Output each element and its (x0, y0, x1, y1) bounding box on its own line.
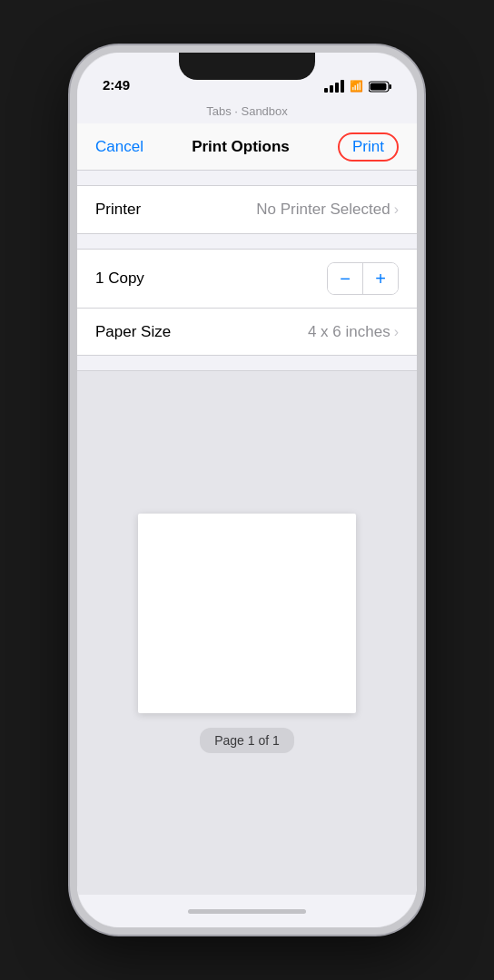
paper-size-chevron: › (394, 324, 399, 340)
top-hint: Tabs · Sandbox (77, 98, 417, 123)
notch (179, 53, 315, 80)
status-icons: 📶 (324, 80, 391, 93)
screen: 2:49 📶 Tabs · Sandbox (77, 53, 417, 927)
wifi-icon: 📶 (350, 80, 363, 93)
preview-area: Page 1 of 1 (77, 370, 417, 895)
preview-page (138, 514, 356, 713)
printer-value-text: No Printer Selected (256, 201, 390, 219)
copy-label: 1 Copy (95, 270, 144, 288)
printer-chevron: › (394, 201, 399, 218)
home-indicator (77, 895, 417, 927)
battery-icon (369, 81, 391, 93)
paper-size-row[interactable]: Paper Size 4 x 6 inches › (77, 308, 417, 355)
cancel-button[interactable]: Cancel (95, 138, 143, 156)
svg-rect-2 (370, 83, 387, 90)
printer-section: Printer No Printer Selected › (77, 185, 417, 234)
stepper-minus-button[interactable]: − (328, 263, 362, 294)
printer-label: Printer (95, 201, 141, 219)
stepper-plus-button[interactable]: + (363, 263, 398, 294)
paper-size-value: 4 x 6 inches › (308, 323, 399, 341)
status-time: 2:49 (103, 77, 130, 93)
home-bar (188, 909, 306, 914)
printer-row[interactable]: Printer No Printer Selected › (77, 186, 417, 233)
paper-size-value-text: 4 x 6 inches (308, 323, 390, 341)
phone-frame: 2:49 📶 Tabs · Sandbox (70, 45, 424, 935)
paper-size-label: Paper Size (95, 323, 171, 341)
copy-stepper: − + (327, 262, 399, 295)
page-indicator: Page 1 of 1 (200, 728, 294, 753)
print-button[interactable]: Print (338, 132, 399, 162)
copy-row: 1 Copy − + (77, 250, 417, 308)
content: Printer No Printer Selected › 1 Copy − + (77, 171, 417, 895)
copy-paper-section: 1 Copy − + Paper Size 4 x 6 inches › (77, 249, 417, 356)
signal-icon (324, 80, 344, 93)
nav-title: Print Options (192, 138, 290, 156)
printer-value: No Printer Selected › (256, 201, 399, 219)
top-hint-text: Tabs · Sandbox (206, 104, 288, 118)
nav-bar: Cancel Print Options Print (77, 123, 417, 171)
svg-rect-1 (390, 84, 392, 89)
